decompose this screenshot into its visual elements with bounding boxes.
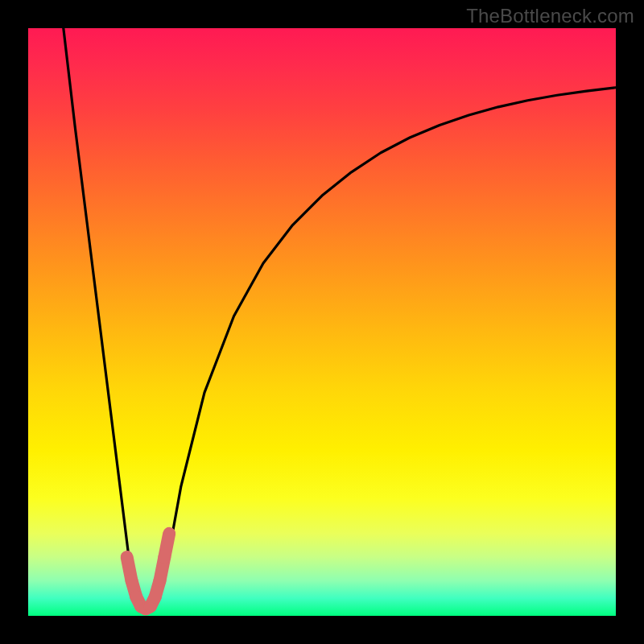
chart-frame: TheBottleneck.com	[0, 0, 644, 644]
curve-path	[64, 28, 616, 607]
bottleneck-curve	[28, 28, 616, 616]
optimal-marker-segment	[164, 534, 169, 557]
plot-area	[28, 28, 616, 616]
watermark-text: TheBottleneck.com	[466, 5, 634, 27]
